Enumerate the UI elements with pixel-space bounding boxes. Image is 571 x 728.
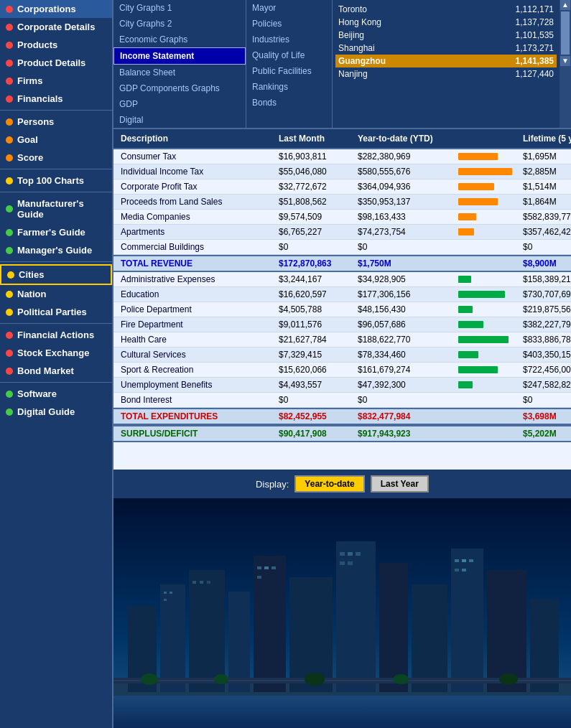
sidebar-item-stock-exchange[interactable]: Stock Exchange [0,344,112,362]
table-row: Corporate Profit Tax $32,772,672 $364,09… [113,179,571,195]
top-nav: City Graphs 1 City Graphs 2 Economic Gra… [113,0,571,129]
sidebar-item-firms[interactable]: Firms [0,72,112,90]
svg-point-41 [499,673,518,685]
svg-rect-15 [164,592,167,594]
total-expenditures-row: TOTAL EXPENDITURES $82,452,955 $832,477,… [113,408,571,425]
sidebar-item-goal[interactable]: Goal [0,131,112,149]
table-row: Fire Department $9,011,576 $96,057,686 $… [113,317,571,332]
dot-icon [6,136,13,144]
dot-icon [6,154,13,162]
divider [0,169,112,169]
dot-icon [6,409,13,416]
sidebar-item-financials[interactable]: Financials [0,90,112,108]
dot-icon [6,332,13,339]
scrollbar[interactable]: ▲ ▼ [560,0,571,128]
dot-icon [6,24,13,31]
svg-point-40 [393,674,409,684]
scroll-thumb[interactable] [561,11,570,55]
divider [0,192,112,192]
nav-rankings[interactable]: Rankings [246,79,332,95]
nav-policies[interactable]: Policies [246,16,332,32]
nav-city-graphs-1[interactable]: City Graphs 1 [113,0,246,16]
nav-digital[interactable]: Digital [113,112,246,128]
nav-economic-graphs[interactable]: Economic Graphs [113,32,246,47]
display-bar: Display: Year-to-date Last Year [113,470,571,498]
svg-rect-33 [455,569,459,571]
nav-col-city: City Graphs 1 City Graphs 2 Economic Gra… [113,0,246,128]
svg-rect-26 [348,552,353,556]
svg-rect-22 [264,566,269,569]
svg-rect-10 [379,563,408,692]
scroll-down-button[interactable]: ▼ [560,56,570,66]
sidebar-item-top100[interactable]: Top 100 Charts [0,172,112,190]
nav-public-facilities[interactable]: Public Facilities [246,63,332,79]
svg-point-39 [305,673,325,686]
city-row-shanghai[interactable]: Shanghai 1,173,271 [335,42,557,55]
sidebar-item-manufacturer-guide[interactable]: Manufacturer's Guide [0,195,112,223]
dot-icon [6,229,13,236]
nav-mayor[interactable]: Mayor [246,0,332,16]
table-row: Sport & Recreation $15,620,066 $161,679,… [113,363,571,378]
svg-rect-20 [207,581,210,584]
table-row: Apartments $6,765,227 $74,273,754 $357,4… [113,225,571,240]
sidebar-item-software[interactable]: Software [0,385,112,403]
sidebar-item-product-details[interactable]: Product Details [0,54,112,72]
nav-balance-sheet[interactable]: Balance Sheet [113,65,246,80]
sidebar-item-manager-guide[interactable]: Manager's Guide [0,241,112,259]
nav-industries[interactable]: Industries [246,32,332,47]
sidebar-item-corporations[interactable]: Corporations [0,0,112,18]
city-row-toronto[interactable]: Toronto 1,112,171 [335,3,557,16]
table-row: Media Companies $9,574,509 $98,163,433 $… [113,210,571,225]
sidebar-item-digital-guide[interactable]: Digital Guide [0,403,112,421]
svg-point-38 [214,674,228,684]
dot-icon [6,291,13,298]
dot-icon [6,391,13,398]
table-row: Proceeds from Land Sales $51,808,562 $35… [113,195,571,210]
sidebar-item-financial-actions[interactable]: Financial Actions [0,326,112,344]
city-background [113,498,571,728]
sidebar-item-nation[interactable]: Nation [0,285,112,303]
sidebar-item-persons[interactable]: Persons [0,113,112,131]
dot-icon [6,118,13,126]
sidebar-item-products[interactable]: Products [0,36,112,54]
scroll-up-button[interactable]: ▲ [560,0,570,10]
divider [0,110,112,111]
svg-rect-17 [164,599,167,601]
svg-rect-18 [192,581,196,584]
sidebar-item-corporate-details[interactable]: Corporate Details [0,18,112,36]
nav-gdp[interactable]: GDP [113,96,246,112]
svg-rect-30 [455,559,459,562]
nav-col-mayor: Mayor Policies Industries Quality of Lif… [246,0,333,128]
sidebar-item-cities[interactable]: Cities [0,264,112,285]
svg-rect-27 [356,552,361,556]
svg-rect-34 [462,569,466,571]
city-row-guangzhou[interactable]: Guangzhou 1,141,385 [335,55,557,67]
nav-city-graphs-2[interactable]: City Graphs 2 [113,16,246,32]
sidebar-item-bond-market[interactable]: Bond Market [0,362,112,380]
svg-rect-19 [200,581,203,584]
dot-icon [6,60,13,67]
nav-bonds[interactable]: Bonds [246,95,332,111]
svg-rect-1 [113,692,571,728]
nav-quality-of-life[interactable]: Quality of Life [246,47,332,63]
svg-rect-24 [257,576,261,579]
sidebar-item-score[interactable]: Score [0,149,112,167]
sidebar-item-farmer-guide[interactable]: Farmer's Guide [0,223,112,241]
city-row-hongkong[interactable]: Hong Kong 1,137,728 [335,16,557,29]
svg-rect-28 [340,561,345,565]
display-last-year-button[interactable]: Last Year [371,475,429,493]
divider [0,382,112,383]
dot-icon [6,95,13,103]
nav-gdp-components[interactable]: GDP Components Graphs [113,80,246,96]
svg-rect-32 [469,559,473,562]
dot-icon [6,247,13,254]
table-row: Cultural Services $7,329,415 $78,334,460… [113,347,571,363]
display-ytd-button[interactable]: Year-to-date [294,475,364,493]
table-header: Description Last Month Year-to-date (YTD… [113,129,571,149]
city-row-beijing[interactable]: Beijing 1,101,535 [335,29,557,42]
nav-income-statement[interactable]: Income Statement [113,47,246,65]
dot-icon [6,78,13,85]
city-row-nanjing[interactable]: Nanjing 1,127,440 [335,67,557,80]
dot-icon [6,177,13,185]
sidebar-item-political-parties[interactable]: Political Parties [0,303,112,321]
